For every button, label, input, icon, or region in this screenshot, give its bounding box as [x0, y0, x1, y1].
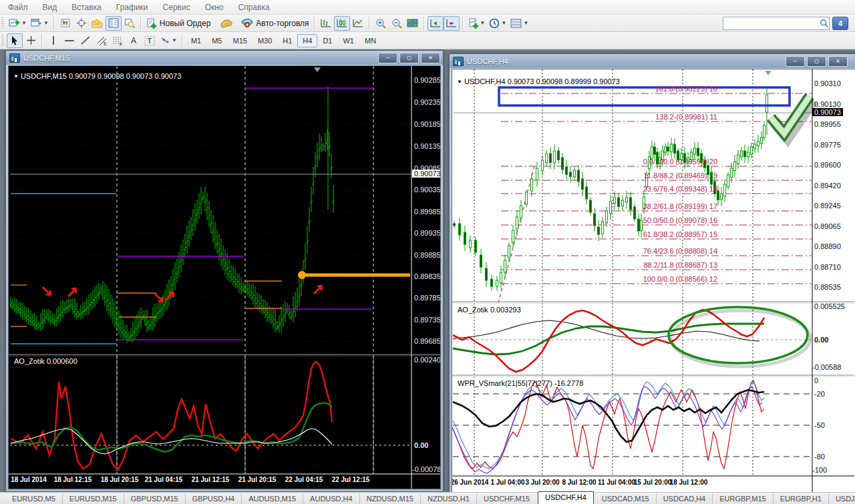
- tab-usdcad-h4[interactable]: USDCAD,H4: [656, 493, 713, 504]
- menu-view[interactable]: Вид: [43, 3, 57, 12]
- close-button[interactable]: ✕: [421, 53, 440, 63]
- search-box[interactable]: [723, 17, 830, 30]
- fib-level-label[interactable]: 50.0/50.0 (0.89078) 16: [452, 216, 717, 224]
- periods-button[interactable]: ▼: [487, 16, 508, 31]
- menu-help[interactable]: Справка: [238, 3, 270, 12]
- text-label-tool-button[interactable]: T: [142, 33, 158, 48]
- tab-eurusd-m5[interactable]: EURUSD,M5: [5, 493, 62, 504]
- expert-advisors-button[interactable]: [57, 16, 73, 31]
- vline-tool-button[interactable]: [45, 33, 61, 48]
- tab-eurusd-m15[interactable]: EURUSD,M15: [62, 493, 124, 504]
- chart-area-usdchf-h4[interactable]: ▼USDCHF,H4 0.90073 0.90098 0.89999 0.900…: [452, 69, 855, 492]
- profiles-button[interactable]: ▼: [29, 16, 51, 31]
- maximize-button[interactable]: ▢: [807, 56, 826, 67]
- legend-collapse-icon[interactable]: ▼: [13, 73, 19, 79]
- menu-window[interactable]: Окно: [205, 3, 224, 12]
- navigator-button[interactable]: [106, 16, 122, 31]
- tab-nzdusd-h1[interactable]: NZDUSD,H1: [420, 493, 476, 504]
- toolbar-grip[interactable]: [1, 35, 4, 47]
- trendline-tool-button[interactable]: [77, 33, 94, 48]
- toolbar-grip[interactable]: [1, 17, 4, 29]
- timeframe-m15[interactable]: M15: [227, 34, 252, 47]
- timeframe-m30[interactable]: M30: [252, 34, 277, 47]
- tab-usdchf-h4[interactable]: USDCHF,H4: [538, 491, 594, 504]
- tab-usdjpy-m15[interactable]: USDJPY,M15: [828, 493, 855, 504]
- chart-window-usdchf-h4[interactable]: USDCHF,H4 — ▢ ✕ ▼USDCHF,H4 0.90073 0.900…: [449, 53, 855, 492]
- menu-service[interactable]: Сервис: [163, 3, 190, 12]
- ea-hat-button[interactable]: [218, 16, 235, 31]
- crosshair-button[interactable]: [73, 16, 90, 31]
- tab-usdchf-m15[interactable]: USDCHF,M15: [476, 493, 536, 504]
- search-input[interactable]: [723, 18, 820, 29]
- menu-insert[interactable]: Вставка: [71, 3, 102, 12]
- fib-level-label[interactable]: 0.0/100.0 (0.89590) 20: [452, 158, 717, 166]
- fib-level-label[interactable]: 76.4/23.6 (0.88808) 14: [452, 247, 717, 255]
- fib-level-label[interactable]: 138.2-(0.89981) 11: [452, 113, 717, 121]
- window-titlebar[interactable]: USDCHF,M15 — ▢ ✕: [6, 51, 443, 65]
- indicators-button[interactable]: ▼: [466, 16, 488, 31]
- new-chart-button[interactable]: ▼: [7, 16, 29, 31]
- chart-tab-bar: EURUSD,M5 EURUSD,M15 GBPUSD,M15 GBPUSD,H…: [0, 492, 855, 504]
- price-axis-label: 0.89775: [814, 141, 841, 149]
- tab-eurgbp-m15[interactable]: EURGBP,M15: [712, 493, 773, 504]
- tab-gbpusd-m15[interactable]: GBPUSD,M15: [124, 493, 185, 504]
- minimize-button[interactable]: —: [378, 53, 397, 63]
- tab-usdcad-m15[interactable]: USDCAD,M15: [595, 493, 656, 504]
- line-chart-mode-button[interactable]: [350, 16, 366, 31]
- favorites-button[interactable]: [90, 16, 106, 31]
- legend-collapse-icon[interactable]: ▼: [457, 79, 462, 85]
- text-tool-button[interactable]: A: [126, 33, 142, 48]
- crosshair-tool-button[interactable]: [23, 33, 39, 48]
- price-axis-label: 0.89955: [814, 120, 841, 128]
- tab-eurgbp-h1[interactable]: EURGBP,H1: [773, 493, 828, 504]
- fib-level-label[interactable]: 161.8-(0.90223) 10: [452, 85, 717, 93]
- indicator-axis-label: -50: [814, 421, 825, 429]
- fib-level-label[interactable]: 61.8/38.2 (0.88957) 15: [452, 230, 717, 238]
- timeframe-mn[interactable]: MN: [359, 34, 381, 47]
- tab-gbpusd-h4[interactable]: GBPUSD,H4: [185, 493, 242, 504]
- price-axis-label: 0.88535: [814, 283, 841, 291]
- tile-windows-button[interactable]: [405, 16, 421, 31]
- timeframe-m1[interactable]: M1: [186, 34, 206, 47]
- tab-nzdusd-m15[interactable]: NZDUSD,M15: [359, 493, 420, 504]
- menu-file[interactable]: Файл: [8, 3, 28, 12]
- chart-shift-button[interactable]: [444, 16, 460, 31]
- fib-level-label[interactable]: 38.2/61.8 (0.89199) 17: [452, 202, 717, 210]
- auto-trading-icon: [241, 18, 253, 28]
- timeframe-m5[interactable]: M5: [206, 34, 227, 47]
- timeframe-w1[interactable]: W1: [337, 34, 359, 47]
- fib-level-label[interactable]: 88.2/11.8 (0.88687) 13: [452, 261, 717, 269]
- bar-chart-mode-button[interactable]: [318, 16, 334, 31]
- chart-window-usdchf-m15[interactable]: USDCHF,M15 — ▢ ✕ ▼USDCHF,M15 0.90079 0.9…: [5, 50, 444, 492]
- data-window-button[interactable]: [122, 16, 138, 31]
- close-button[interactable]: ✕: [828, 56, 848, 67]
- tab-audusd-h4[interactable]: AUDUSD,H4: [303, 493, 359, 504]
- window-titlebar[interactable]: USDCHF,H4 — ▢ ✕: [450, 54, 855, 68]
- maximize-button[interactable]: ▢: [399, 53, 419, 63]
- timeframe-d1[interactable]: D1: [317, 34, 337, 47]
- auto-trading-button[interactable]: Авто-торговля: [239, 16, 311, 31]
- templates-button[interactable]: ▼: [508, 16, 530, 31]
- text-label-icon: T: [144, 35, 155, 46]
- zoom-out-button[interactable]: [389, 16, 405, 31]
- search-icon[interactable]: [820, 19, 829, 28]
- new-order-button[interactable]: Новый Ордер: [144, 16, 212, 31]
- fib-level-label[interactable]: 11.8/88.2 (0.89469) 19: [452, 172, 717, 180]
- arrows-tool-button[interactable]: ▼: [158, 33, 179, 48]
- menu-charts[interactable]: Графики: [116, 3, 148, 12]
- timeframe-h1[interactable]: H1: [277, 34, 297, 47]
- hline-tool-button[interactable]: [61, 33, 77, 48]
- timeframe-h4[interactable]: H4: [297, 34, 317, 47]
- fib-level-label[interactable]: 23.6/76.4 (0.89348) 18: [452, 185, 717, 193]
- notifications-button[interactable]: 4: [832, 17, 848, 30]
- minimize-button[interactable]: —: [786, 56, 805, 67]
- auto-scroll-button[interactable]: [428, 16, 444, 31]
- cursor-tool-button[interactable]: [7, 33, 23, 48]
- fibonacci-tool-button[interactable]: F: [110, 33, 126, 48]
- chart-area-usdchf-m15[interactable]: ▼USDCHF,M15 0.90079 0.90098 0.90073 0.90…: [8, 65, 441, 489]
- zoom-in-button[interactable]: [373, 16, 389, 31]
- channel-tool-button[interactable]: E: [94, 33, 110, 48]
- candlestick-mode-button[interactable]: [334, 16, 350, 31]
- tab-audusd-m15[interactable]: AUDUSD,M15: [241, 493, 303, 504]
- fib-level-label[interactable]: 100.0/0.0 (0.88566) 12: [452, 275, 717, 283]
